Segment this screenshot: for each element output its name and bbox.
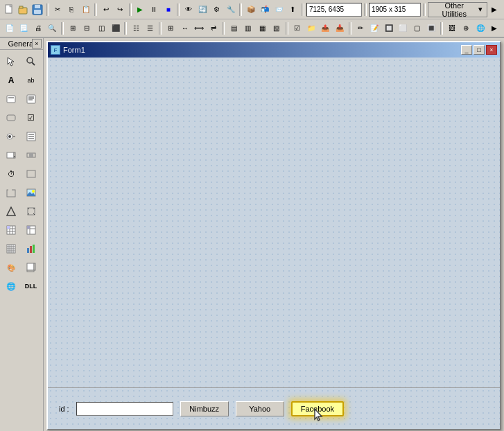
tb2-10[interactable]: ☰ [144, 21, 157, 35]
form-title-bar: F Form1 _ □ × [48, 42, 500, 58]
tb2-8[interactable]: ⬛ [109, 21, 123, 35]
sidebar-close-button[interactable]: × [32, 39, 42, 49]
tb-extra[interactable]: ▶ [488, 3, 501, 17]
tb2-24[interactable]: 📝 [367, 21, 381, 35]
cfg1-button[interactable]: ⚙ [210, 3, 223, 17]
paste-button[interactable]: 📋 [79, 3, 92, 17]
nimbuzz-button[interactable]: Nimbuzz [180, 401, 229, 416]
id-input[interactable] [76, 402, 173, 416]
tool-listbox[interactable] [22, 127, 40, 146]
tb2-14[interactable]: ⇌ [207, 21, 220, 35]
tb4[interactable]: ⬆ [286, 3, 299, 17]
tb3[interactable]: 📨 [272, 3, 286, 17]
svg-rect-24 [7, 152, 14, 158]
facebook-button[interactable]: Facebook [291, 401, 344, 416]
tool-drawgrid[interactable] [2, 240, 20, 258]
save-button[interactable] [31, 3, 44, 17]
tool-bevel[interactable] [22, 202, 40, 220]
tool-shape[interactable] [2, 202, 20, 220]
tb2-16[interactable]: ▥ [241, 21, 255, 35]
tool-timer[interactable]: ⏱ [2, 165, 20, 183]
copy-button[interactable]: ⎘ [65, 3, 78, 17]
tool-extra[interactable]: DLL [22, 277, 40, 295]
tb2-4[interactable]: 🔍 [46, 21, 60, 35]
coordinates-display: 7125, 6435 [306, 3, 362, 17]
undo-button[interactable]: ↩ [99, 3, 112, 17]
new-button[interactable] [3, 3, 16, 17]
open-button[interactable] [17, 3, 30, 17]
tb2-26[interactable]: ⬜ [396, 21, 410, 35]
tb2[interactable]: 📬 [258, 3, 271, 17]
svg-point-8 [27, 58, 33, 63]
tb2-7[interactable]: ◫ [94, 21, 108, 35]
tool-memo[interactable] [22, 90, 40, 108]
close-icon: × [35, 40, 38, 47]
tb2-31[interactable]: 🌐 [473, 21, 487, 35]
tool-groupbox[interactable] [2, 184, 20, 202]
tool-pointer[interactable] [2, 53, 20, 71]
tb2-23[interactable]: ✏ [354, 21, 367, 35]
tb2-1[interactable]: 📄 [3, 21, 17, 35]
tool-chart[interactable] [22, 240, 40, 258]
form-content[interactable] [48, 58, 500, 387]
svg-point-18 [8, 135, 11, 138]
tb2-13[interactable]: ⟺ [192, 21, 206, 35]
tb2-30[interactable]: ⊕ [460, 21, 473, 35]
tb2-32[interactable]: ▶ [488, 21, 502, 35]
tb2-9[interactable]: ☷ [129, 21, 143, 35]
tool-colordialog[interactable]: 🎨 [2, 258, 20, 276]
toggle-button[interactable]: 🔄 [196, 3, 209, 17]
tool-text[interactable]: A [2, 71, 20, 89]
view-button[interactable]: 👁 [182, 3, 195, 17]
tb2-27[interactable]: ▢ [410, 21, 424, 35]
tool-combobox[interactable] [2, 146, 20, 164]
tool-stringgrid[interactable] [22, 221, 40, 239]
tool-radio[interactable] [2, 127, 20, 146]
tool-web[interactable]: 🌐 [2, 277, 20, 295]
tb2-29[interactable]: 🖼 [445, 21, 459, 35]
tool-grid[interactable] [2, 221, 20, 239]
tb2-21[interactable]: 📤 [319, 21, 333, 35]
tb2-11[interactable]: ⊞ [164, 21, 177, 35]
run-button[interactable]: ▶ [134, 3, 147, 17]
tb2-20[interactable]: 📁 [304, 21, 318, 35]
tool-checkbox[interactable]: ☑ [22, 109, 40, 127]
sidebar-header-label: General [8, 39, 35, 48]
sep6 [302, 3, 304, 16]
tb2-19[interactable]: ☑ [290, 21, 304, 35]
tb2-15[interactable]: ▤ [227, 21, 241, 35]
tb2-22[interactable]: 📥 [333, 21, 347, 35]
tool-scrollbar[interactable] [22, 146, 40, 164]
facebook-label: Facebook [301, 405, 334, 413]
pause-button[interactable]: ⏸ [148, 3, 161, 17]
tool-edit[interactable] [2, 90, 20, 108]
cfg2-button[interactable]: 🔧 [224, 3, 237, 17]
tool-scrollbox[interactable] [22, 258, 40, 276]
tb2-12[interactable]: ↔ [178, 21, 192, 35]
stop-button[interactable]: ■ [162, 3, 175, 17]
tool-button[interactable] [2, 109, 20, 127]
tool-label[interactable]: ab [22, 71, 40, 89]
yahoo-button[interactable]: Yahoo [236, 401, 284, 416]
tb2-5[interactable]: ⊞ [66, 21, 80, 35]
redo-button[interactable]: ↪ [113, 3, 126, 17]
tool-panel[interactable] [22, 165, 40, 183]
cut-button[interactable]: ✂ [51, 3, 64, 17]
svg-point-34 [32, 190, 35, 193]
tb2-2[interactable]: 📃 [17, 21, 31, 35]
form-minimize-button[interactable]: _ [461, 45, 472, 55]
form-close-button[interactable]: × [486, 45, 497, 55]
tb2-28[interactable]: 🔳 [424, 21, 438, 35]
tb2-6[interactable]: ⊟ [80, 21, 94, 35]
tool-magnify[interactable] [22, 53, 40, 71]
tool-image[interactable] [22, 184, 40, 202]
tb2-18[interactable]: ▧ [270, 21, 284, 35]
svg-rect-16 [7, 115, 15, 121]
sep9 [61, 22, 64, 35]
tb1[interactable]: 📦 [244, 3, 257, 17]
other-utilities-button[interactable]: Other Utilities ▾ [428, 2, 487, 17]
tb2-17[interactable]: ▦ [256, 21, 270, 35]
tb2-25[interactable]: 🔲 [382, 21, 396, 35]
form-maximize-button[interactable]: □ [473, 45, 485, 55]
tb2-3[interactable]: 🖨 [31, 21, 45, 35]
